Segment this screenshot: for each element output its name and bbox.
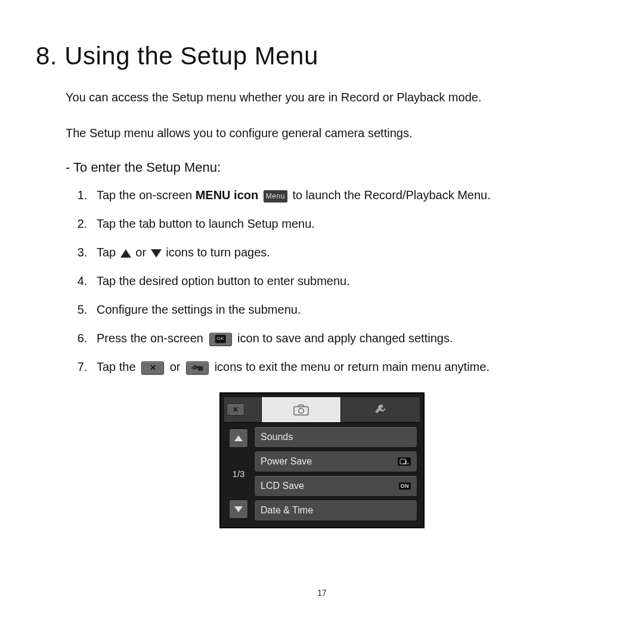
close-button-icon: ✕ — [141, 361, 164, 374]
option-date-time[interactable]: Date & Time — [254, 500, 417, 521]
on-label: ON — [401, 483, 410, 489]
page-indicator: 1/3 — [233, 469, 245, 479]
device-close-area[interactable]: ✕ — [224, 397, 247, 422]
svg-text:min: min — [403, 462, 409, 465]
step-3-text-a: Tap — [97, 246, 119, 259]
step-1: Tap the on-screen MENU icon Menu to laun… — [91, 186, 608, 204]
triangle-down-icon — [151, 249, 162, 258]
step-7-text-c: icons to exit the menu or return main me… — [211, 360, 490, 373]
device-screenshot: ✕ 1/3 Sounds Power Save — [219, 392, 425, 528]
camera-icon — [293, 404, 309, 416]
tab-camera[interactable] — [261, 397, 340, 422]
triangle-down-icon — [234, 506, 243, 512]
step-1-text-a: Tap the on-screen — [97, 188, 196, 202]
device-option-list: Sounds Power Save min LCD Save ON Date &… — [254, 426, 417, 521]
step-7-text-b: or — [166, 360, 184, 373]
step-6-text-b: icon to save and apply changed settings. — [234, 332, 453, 345]
tab-setup[interactable] — [340, 397, 420, 422]
step-3-text-c: icons to turn pages. — [163, 246, 270, 259]
page-down-button[interactable] — [229, 500, 248, 519]
option-label: Date & Time — [261, 505, 313, 516]
step-1-bold: MENU icon — [196, 188, 259, 202]
option-label: Sounds — [261, 432, 293, 442]
section-subheading: - To enter the Setup Menu: — [66, 160, 608, 175]
page-title: 8. Using the Setup Menu — [36, 42, 608, 70]
option-lcd-save[interactable]: LCD Save ON — [254, 475, 417, 497]
power-save-value-icon: min — [398, 457, 411, 466]
step-4: Tap the desired option button to enter s… — [91, 272, 608, 290]
ok-button-icon: OK — [209, 333, 232, 346]
page-number: 17 — [36, 588, 608, 597]
wrench-icon — [373, 402, 388, 417]
steps-list: Tap the on-screen MENU icon Menu to laun… — [91, 186, 608, 376]
device-tabbar: ✕ — [224, 397, 420, 423]
option-label: Power Save — [261, 456, 312, 467]
triangle-up-icon — [234, 435, 243, 441]
menu-icon: Menu — [264, 190, 287, 202]
page-up-button[interactable] — [229, 429, 248, 448]
option-power-save[interactable]: Power Save min — [254, 451, 417, 472]
close-icon: ✕ — [227, 404, 244, 416]
intro-paragraph-1: You can access the Setup menu whether yo… — [66, 88, 608, 106]
step-1-text-c: to launch the Record/Playback Menu. — [292, 188, 490, 202]
device-side-nav: 1/3 — [227, 426, 250, 521]
triangle-up-icon — [120, 249, 131, 258]
lcd-save-value-badge: ON — [399, 482, 411, 490]
step-7: Tap the ✕ or icons to exit the menu or r… — [91, 358, 608, 376]
step-6-text-a: Press the on-screen — [97, 332, 207, 345]
intro-paragraph-2: The Setup menu allows you to configure g… — [66, 124, 608, 142]
ok-label: OK — [215, 335, 226, 343]
step-3: Tap or icons to turn pages. — [91, 243, 608, 261]
option-label: LCD Save — [261, 481, 304, 491]
step-6: Press the on-screen OK icon to save and … — [91, 329, 608, 347]
svg-point-1 — [299, 408, 304, 413]
step-3-text-b: or — [132, 246, 150, 259]
step-5: Configure the settings in the submenu. — [91, 301, 608, 318]
option-sounds[interactable]: Sounds — [254, 426, 417, 448]
back-button-icon — [186, 361, 209, 374]
step-2: Tap the tab button to launch Setup menu. — [91, 215, 608, 233]
step-7-text-a: Tap the — [97, 360, 139, 373]
